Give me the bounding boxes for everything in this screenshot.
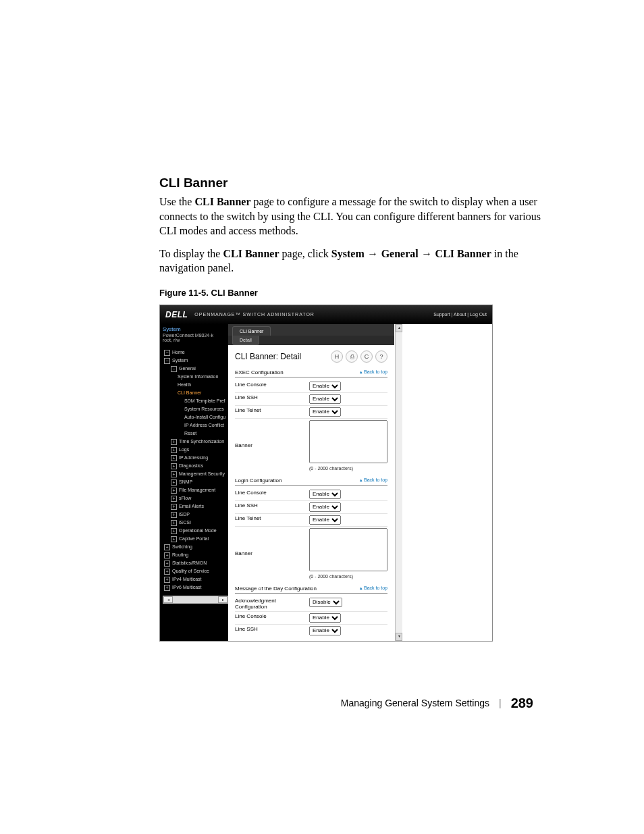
- nav-operational-mode[interactable]: +Operational Mode: [163, 527, 228, 535]
- back-to-top-link[interactable]: Back to top: [360, 585, 387, 591]
- paragraph-2: To display the CLI Banner page, click Sy…: [159, 246, 549, 276]
- nav-captive-portal[interactable]: +Captive Portal: [163, 535, 228, 543]
- expand-icon[interactable]: +: [171, 463, 177, 469]
- nav-sidebar: System PowerConnect M8024-k root, r/w −H…: [160, 324, 228, 641]
- motd-console-select[interactable]: Enable: [309, 613, 341, 623]
- nav-label: iSCSI: [179, 519, 191, 527]
- scroll-up-icon[interactable]: ▴: [396, 324, 402, 332]
- label-line-telnet: Line Telnet: [235, 513, 309, 526]
- nav-label: IPv6 Multicast: [172, 583, 202, 592]
- expand-icon[interactable]: +: [164, 544, 170, 550]
- page-footer: Managing General System Settings | 289: [159, 696, 549, 711]
- nav-health[interactable]: Health: [163, 381, 228, 389]
- dell-logo: DELL: [165, 310, 188, 319]
- expand-icon[interactable]: +: [171, 512, 177, 518]
- scroll-down-icon[interactable]: ▾: [396, 633, 402, 641]
- expand-icon[interactable]: +: [164, 552, 170, 558]
- subtab-detail[interactable]: Detail: [232, 336, 259, 345]
- nav-isdp[interactable]: +iSDP: [163, 511, 228, 519]
- expand-icon[interactable]: +: [164, 569, 170, 575]
- horizontal-scrollbar[interactable]: ◂ ▸: [163, 596, 228, 604]
- nav-qos[interactable]: +Quality of Service: [163, 567, 228, 575]
- expand-icon[interactable]: +: [171, 479, 177, 486]
- nav-system[interactable]: −System: [163, 357, 228, 365]
- expand-icon[interactable]: +: [171, 528, 177, 534]
- nav-routing[interactable]: +Routing: [163, 551, 228, 559]
- nav-label: IP Address Conflict: [184, 421, 224, 429]
- nav-system-resources[interactable]: System Resources: [163, 405, 228, 413]
- expand-icon[interactable]: +: [171, 455, 177, 461]
- nav-logs[interactable]: +Logs: [163, 446, 228, 454]
- nav-general[interactable]: −General: [163, 365, 228, 373]
- print-icon[interactable]: ⎙: [346, 350, 358, 363]
- scroll-right-icon[interactable]: ▸: [218, 596, 227, 603]
- text: Use the: [159, 196, 194, 207]
- expand-icon[interactable]: +: [171, 488, 177, 494]
- refresh-icon[interactable]: C: [360, 350, 373, 363]
- section-exec: EXEC Configuration: [235, 369, 284, 375]
- label-line-ssh: Line SSH: [235, 624, 309, 637]
- nav-system-information[interactable]: System Information: [163, 373, 228, 381]
- nav-email-alerts[interactable]: +Email Alerts: [163, 502, 228, 511]
- nav-label: Home: [172, 348, 185, 357]
- nav-reset[interactable]: Reset: [163, 429, 228, 438]
- back-to-top-link[interactable]: Back to top: [360, 369, 387, 375]
- expand-icon[interactable]: +: [171, 496, 177, 502]
- exec-telnet-select[interactable]: Enable: [309, 407, 341, 417]
- exec-ssh-select[interactable]: Enable: [309, 394, 341, 404]
- tab-cli-banner[interactable]: CLI Banner: [232, 326, 271, 336]
- nav-ip-conflict[interactable]: IP Address Conflict: [163, 421, 228, 429]
- nav-ipv6-multicast[interactable]: +IPv6 Multicast: [163, 583, 228, 592]
- exec-console-select[interactable]: Enable: [309, 382, 341, 391]
- nav-mgmt-security[interactable]: +Management Security: [163, 470, 228, 478]
- top-links[interactable]: Support | About | Log Out: [433, 312, 487, 317]
- expand-icon[interactable]: +: [164, 577, 170, 583]
- nav-file-management[interactable]: +File Management: [163, 486, 228, 494]
- nav-home[interactable]: −Home: [163, 348, 228, 357]
- login-telnet-select[interactable]: Enable: [309, 515, 341, 525]
- expand-icon[interactable]: +: [171, 447, 177, 453]
- nav-sflow[interactable]: +sFlow: [163, 494, 228, 502]
- collapse-icon[interactable]: −: [164, 358, 170, 364]
- expand-icon[interactable]: +: [171, 471, 177, 477]
- login-ssh-select[interactable]: Enable: [309, 502, 341, 512]
- expand-icon[interactable]: +: [164, 585, 170, 591]
- nav-auto-install[interactable]: Auto-Install Configu: [163, 413, 228, 421]
- collapse-icon[interactable]: −: [164, 350, 170, 356]
- arrow-icon: →: [365, 248, 381, 259]
- scroll-left-icon[interactable]: ◂: [163, 596, 173, 603]
- motd-ack-select[interactable]: Disable: [309, 598, 342, 607]
- login-banner-textarea[interactable]: [309, 528, 387, 571]
- nav-ipv4-multicast[interactable]: +IPv4 Multicast: [163, 575, 228, 583]
- nav-ip-addressing[interactable]: +IP Addressing: [163, 454, 228, 462]
- nav-cli-banner[interactable]: CLI Banner: [163, 389, 228, 397]
- nav-statistics[interactable]: +Statistics/RMON: [163, 559, 228, 567]
- nav-snmp[interactable]: +SNMP: [163, 478, 228, 486]
- footer-separator: |: [499, 698, 502, 708]
- exec-table: Line Console Enable Line SSH Enable Line…: [235, 380, 387, 472]
- nav-time-sync[interactable]: +Time Synchronization: [163, 438, 228, 446]
- vertical-scrollbar[interactable]: ▴ ▾: [395, 324, 402, 641]
- nav-iscsi[interactable]: +iSCSI: [163, 519, 228, 527]
- expand-icon[interactable]: +: [171, 439, 177, 445]
- toolbar-icons: H ⎙ C ?: [331, 350, 387, 363]
- nav-diagnostics[interactable]: +Diagnostics: [163, 462, 228, 470]
- back-to-top-link[interactable]: Back to top: [360, 477, 387, 483]
- expand-icon[interactable]: +: [171, 504, 177, 510]
- help-icon[interactable]: ?: [375, 350, 387, 363]
- nav-label: Switching: [172, 543, 192, 551]
- save-icon[interactable]: H: [331, 350, 343, 363]
- label-ack: Acknowledgment Configuration: [235, 596, 309, 612]
- expand-icon[interactable]: +: [164, 561, 170, 567]
- nav-sdm[interactable]: SDM Template Pref: [163, 397, 228, 405]
- collapse-icon[interactable]: −: [171, 366, 177, 372]
- exec-banner-textarea[interactable]: [309, 420, 387, 463]
- expand-icon[interactable]: +: [171, 536, 177, 542]
- nav-label: System Resources: [184, 405, 224, 413]
- login-console-select[interactable]: Enable: [309, 490, 341, 499]
- nav-label: System: [172, 357, 188, 365]
- nav-switching[interactable]: +Switching: [163, 543, 228, 551]
- nav-label: Auto-Install Configu: [184, 413, 225, 421]
- motd-ssh-select[interactable]: Enable: [309, 626, 341, 635]
- expand-icon[interactable]: +: [171, 520, 177, 526]
